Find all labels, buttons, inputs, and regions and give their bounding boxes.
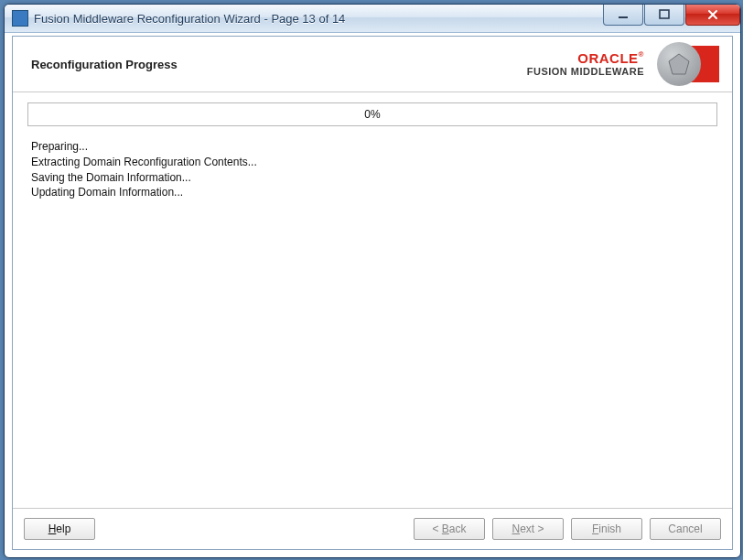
back-button[interactable]: < Back — [414, 518, 485, 540]
log-line: Preparing... — [31, 139, 717, 155]
svg-rect-1 — [660, 10, 669, 18]
finish-button[interactable]: Finish — [571, 518, 642, 540]
brand-badge — [657, 42, 719, 86]
wizard-footer: Help < Back Next > Finish Cancel — [13, 508, 732, 549]
brand-subtitle: FUSION MIDDLEWARE — [527, 66, 644, 77]
next-button[interactable]: Next > — [492, 518, 564, 540]
window-title: Fusion Middleware Reconfiguration Wizard… — [34, 12, 345, 26]
log-line: Extracting Domain Reconfiguration Conten… — [31, 155, 717, 170]
log-line: Saving the Domain Information... — [31, 170, 717, 186]
maximize-icon — [659, 9, 670, 20]
progress-bar: 0% — [27, 102, 717, 126]
wizard-window: Fusion Middleware Reconfiguration Wizard… — [4, 4, 741, 558]
minimize-button[interactable] — [603, 5, 643, 26]
window-controls — [602, 5, 740, 25]
brand-text: ORACLE® FUSION MIDDLEWARE — [527, 51, 644, 78]
oracle-brand: ORACLE® FUSION MIDDLEWARE — [527, 42, 719, 86]
help-button[interactable]: Help — [24, 518, 95, 540]
svg-marker-2 — [669, 54, 689, 74]
progress-log: Preparing... Extracting Domain Reconfigu… — [27, 139, 717, 200]
help-rest: elp — [56, 522, 70, 535]
page-title: Reconfiguration Progress — [31, 58, 178, 71]
log-line: Updating Domain Information... — [31, 185, 717, 200]
progress-percent: 0% — [364, 108, 380, 121]
title-bar[interactable]: Fusion Middleware Reconfiguration Wizard… — [5, 5, 740, 33]
client-area: Reconfiguration Progress ORACLE® FUSION … — [12, 36, 733, 550]
svg-rect-0 — [619, 16, 628, 18]
wizard-body: 0% Preparing... Extracting Domain Reconf… — [13, 92, 732, 509]
brand-oracle: ORACLE® — [527, 51, 644, 67]
minimize-icon — [618, 9, 629, 20]
close-button[interactable] — [685, 5, 740, 26]
pentagon-icon — [666, 51, 692, 77]
app-icon — [12, 10, 28, 27]
maximize-button[interactable] — [644, 5, 684, 26]
wizard-header: Reconfiguration Progress ORACLE® FUSION … — [13, 37, 732, 92]
cancel-button[interactable]: Cancel — [650, 518, 721, 540]
close-icon — [706, 8, 719, 21]
